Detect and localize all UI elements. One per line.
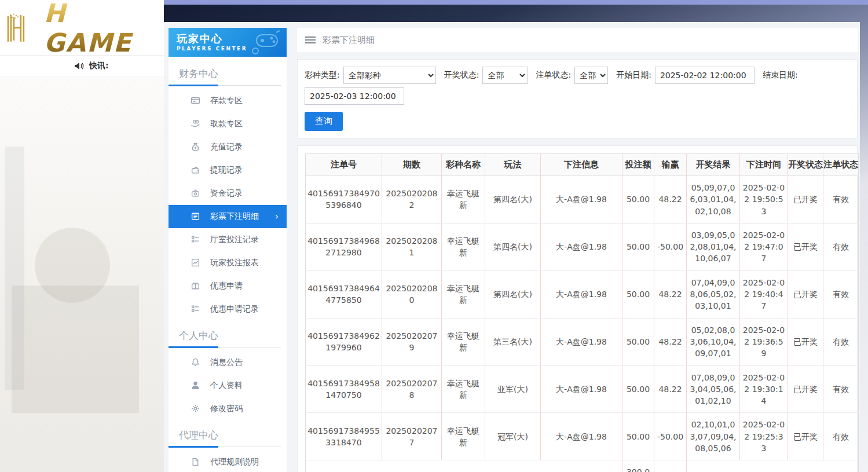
sidebar-item[interactable]: 个人资料 (169, 374, 287, 397)
table-cell: 2025-02-02 19:40:47 (740, 270, 788, 318)
table-cell: 有效 (823, 270, 859, 318)
profile-icon (191, 380, 201, 391)
table-cell: 401569173849705396840 (306, 176, 382, 224)
summary-label: 当前页统计 (306, 460, 622, 472)
sidebar-item-label: 存款专区 (210, 96, 243, 106)
bet-table: 注单号期数彩种名称玩法下注信息投注额输赢开奖结果下注时间开奖状态注单状态 401… (305, 153, 859, 472)
column-header: 彩种名称 (442, 154, 485, 176)
gamepad-icon (248, 30, 283, 56)
table-cell: 401569173849644775850 (306, 270, 382, 318)
table-row: 40156917384958147075020250202078幸运飞艇新亚军(… (306, 365, 859, 413)
sidebar-item[interactable]: 优惠申请 (169, 275, 287, 298)
table-cell: 20250202079 (382, 318, 442, 365)
sidebar-item-label: 提现记录 (210, 165, 243, 175)
draw-status-label: 开奖状态: (444, 70, 479, 81)
promo-apply-icon (191, 281, 201, 291)
table-cell: 有效 (823, 413, 859, 460)
lottery-bet-icon (191, 211, 201, 222)
end-date-label: 结束日期: (763, 70, 798, 81)
sidebar-item[interactable]: 存款专区 (169, 89, 287, 112)
table-cell: 50.00 (622, 365, 654, 413)
sidebar-item-label: 资金记录 (210, 188, 243, 199)
table-cell: 第三名(大) (485, 318, 541, 365)
table-cell: 大-A盘@1.98 (541, 176, 622, 224)
table-cell: 已开奖 (788, 270, 823, 318)
table-row: 40156917384955331847020250202077幸运飞艇新冠军(… (306, 413, 859, 460)
sidebar-header: 玩家中心 PLAYERS CENTER (169, 28, 287, 57)
sidebar-item-label: 玩家投注报表 (210, 258, 259, 268)
table-cell: 已开奖 (788, 365, 823, 413)
table-cell: 已开奖 (788, 176, 823, 224)
table-row: 40156917384968271298020250202081幸运飞艇新第四名… (306, 223, 859, 270)
sidebar-item-label: 代理规则说明 (210, 457, 259, 467)
sidebar-item[interactable]: 玩家投注报表 (169, 251, 287, 275)
table-cell: -50.00 (654, 413, 687, 460)
table-cell: -50.00 (654, 223, 687, 270)
sidebar-item-label: 厅室投注记录 (210, 235, 259, 245)
sidebar-item[interactable]: 消息公告 (169, 351, 287, 374)
deposit-icon (191, 96, 201, 106)
table-cell: 2025-02-02 19:36:59 (740, 318, 788, 365)
table-cell: 幸运飞艇新 (442, 223, 485, 270)
table-cell: 48.22 (654, 365, 687, 413)
table-cell: 大-A盘@1.98 (541, 365, 622, 413)
table-cell: 2025-02-02 19:47:07 (740, 223, 788, 270)
table-cell: 02,10,01,03,07,09,04,08,05,06 (687, 413, 740, 460)
table-cell: 401569173849553318470 (306, 413, 382, 460)
table-cell: 大-A盘@1.98 (541, 270, 622, 318)
news-ticker: 快讯: (0, 56, 164, 76)
sidebar-item-label: 取款专区 (210, 119, 243, 129)
sidebar-item[interactable]: 修改密码 (169, 397, 287, 420)
sidebar-item-label: 优惠申请 (210, 281, 243, 291)
table-row: 40156917384962197996020250202079幸运飞艇新第三名… (306, 318, 859, 365)
hall-bet-icon (191, 235, 201, 245)
draw-status-select[interactable]: 全部 (482, 67, 528, 84)
table-cell: 2025-02-02 19:30:14 (740, 365, 788, 413)
sidebar-item[interactable]: 代理规则说明 (169, 451, 287, 472)
sidebar-item[interactable]: 优惠申请记录 (169, 298, 287, 321)
column-header: 期数 (382, 154, 442, 176)
table-cell: 48.22 (654, 318, 687, 365)
agent-rules-icon (191, 457, 201, 467)
table-cell: 幸运飞艇新 (442, 176, 485, 224)
table-cell: 大-A盘@1.98 (541, 223, 622, 270)
recharge-record-icon (191, 142, 201, 152)
menu-toggle-icon[interactable] (305, 36, 316, 43)
table-cell: 20250202077 (382, 413, 442, 460)
sidebar-sections: 财务中心存款专区取款专区充值记录提现记录资金记录彩票下注明细›厅室投注记录玩家投… (169, 57, 287, 472)
speaker-icon (74, 61, 85, 71)
sidebar-item[interactable]: 充值记录 (169, 136, 287, 159)
main-wrapper: 玩家中心 PLAYERS CENTER 财务中心存款专区取款专区充值记录提现记录… (164, 0, 868, 472)
query-button[interactable]: 查询 (305, 112, 343, 131)
logo-text: H GAME (44, 0, 164, 57)
start-date-input[interactable] (655, 67, 755, 84)
column-header: 玩法 (485, 154, 541, 176)
sidebar-item[interactable]: 取款专区 (169, 112, 287, 136)
summary-row-current-page: 当前页统计300.0092.86 (306, 460, 859, 472)
table-header-row: 注单号期数彩种名称玩法下注信息投注额输赢开奖结果下注时间开奖状态注单状态 (306, 154, 859, 176)
summary-blank (687, 460, 859, 472)
sidebar-item-label: 优惠申请记录 (210, 304, 259, 314)
sidebar-item[interactable]: 厅室投注记录 (169, 228, 287, 251)
sidebar-item[interactable]: 资金记录 (169, 182, 287, 205)
column-header: 投注额 (622, 154, 654, 176)
sidebar-item[interactable]: 彩票下注明细› (169, 205, 287, 228)
sidebar-item[interactable]: 提现记录 (169, 159, 287, 182)
logo[interactable]: H GAME (0, 0, 164, 56)
logo-stripe-h-icon (6, 13, 44, 43)
order-status-label: 注单状态: (536, 70, 571, 81)
column-header: 开奖结果 (687, 154, 740, 176)
table-cell: 05,09,07,06,03,01,04,02,10,08 (687, 176, 740, 224)
table-cell: 20250202080 (382, 270, 442, 318)
column-header: 输赢 (654, 154, 687, 176)
table-cell: 已开奖 (788, 223, 823, 270)
table-cell: 401569173849621979960 (306, 318, 382, 365)
table-cell: 幸运飞艇新 (442, 270, 485, 318)
start-date-label: 开始日期: (616, 70, 651, 81)
table-body: 40156917384970539684020250202082幸运飞艇新第四名… (306, 176, 859, 472)
lottery-type-select[interactable]: 全部彩种 (343, 67, 436, 84)
column-header: 注单状态 (823, 154, 859, 176)
end-date-input[interactable] (305, 87, 404, 105)
table-cell: 2025-02-02 19:25:33 (740, 413, 788, 460)
order-status-select[interactable]: 全部 (574, 67, 608, 84)
